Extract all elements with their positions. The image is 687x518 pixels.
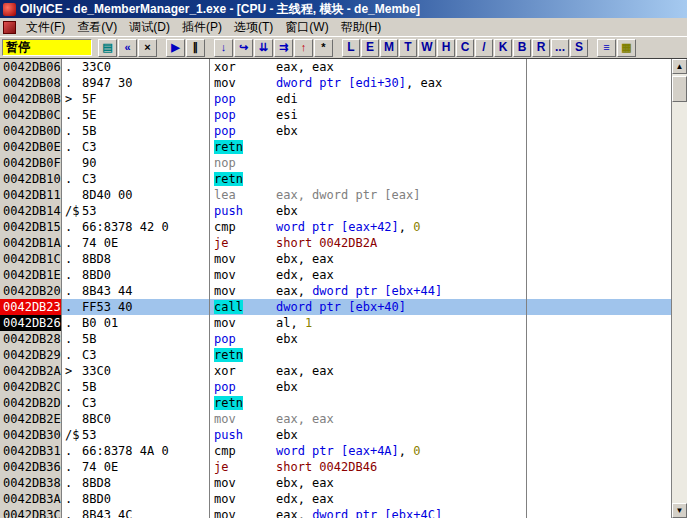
scroll-up-icon[interactable]: ▲ bbox=[672, 59, 687, 74]
address-cell: 0042DB30 bbox=[0, 427, 62, 443]
operand: word ptr [eax+42] bbox=[276, 220, 399, 234]
address-cell: 0042DB1C bbox=[0, 251, 62, 267]
step-over-button[interactable]: ↪ bbox=[234, 39, 253, 57]
disasm-row[interactable]: 0042DB29.C3retn bbox=[0, 347, 671, 363]
disasm-row[interactable]: 0042DB15.66:8378 42 0cmpword ptr [eax+42… bbox=[0, 219, 671, 235]
menu-item-5[interactable]: 窗口(W) bbox=[279, 18, 334, 37]
panel-button-call-stack[interactable]: K bbox=[494, 39, 512, 57]
panel-button-executables[interactable]: E bbox=[361, 39, 379, 57]
open-file-button[interactable]: ▤ bbox=[98, 39, 117, 57]
disasm-row[interactable]: 0042DB0D.5Bpopebx bbox=[0, 123, 671, 139]
disasm-row[interactable]: 0042DB06.33C0xoreax, eax bbox=[0, 59, 671, 75]
vertical-scrollbar[interactable]: ▲ ▼ bbox=[671, 59, 687, 518]
disasm-row[interactable]: 0042DB2A>33C0xoreax, eax bbox=[0, 363, 671, 379]
menu-item-4[interactable]: 选项(T) bbox=[228, 18, 279, 37]
bytes-cell: /$53 bbox=[62, 427, 210, 443]
menu-item-3[interactable]: 插件(P) bbox=[176, 18, 228, 37]
address-cell: 0042DB06 bbox=[0, 59, 62, 75]
operands: dword ptr [edi+30], eax bbox=[276, 75, 442, 91]
disasm-row[interactable]: 0042DB36.74 0Ejeshort 0042DB46 bbox=[0, 459, 671, 475]
appearance-button[interactable]: ≡ bbox=[597, 39, 616, 57]
panel-button-handles[interactable]: H bbox=[437, 39, 455, 57]
disasm-row[interactable]: 0042DB26.B0 01moval, 1 bbox=[0, 315, 671, 331]
address-cell: 0042DB2E bbox=[0, 411, 62, 427]
disasm-row[interactable]: 0042DB23.FF53 40calldword ptr [ebx+40] bbox=[0, 299, 671, 315]
menu-item-1[interactable]: 查看(V) bbox=[71, 18, 123, 37]
disasm-cell: leaeax, dword ptr [eax] bbox=[210, 187, 527, 203]
disasm-row[interactable]: 0042DB14/$53pushebx bbox=[0, 203, 671, 219]
scrollbar-thumb[interactable] bbox=[672, 76, 687, 102]
disasm-row[interactable]: 0042DB20.8B43 44moveax, dword ptr [ebx+4… bbox=[0, 283, 671, 299]
disasm-row[interactable]: 0042DB0E.C3retn bbox=[0, 139, 671, 155]
disasm-row[interactable]: 0042DB3C.8B43 4Cmoveax, dword ptr [ebx+4… bbox=[0, 507, 671, 518]
address-cell: 0042DB36 bbox=[0, 459, 62, 475]
scroll-down-icon[interactable]: ▼ bbox=[672, 503, 687, 518]
disasm-row[interactable]: 0042DB2C.5Bpopebx bbox=[0, 379, 671, 395]
disasm-row[interactable]: 0042DB30/$53pushebx bbox=[0, 427, 671, 443]
bytes-cell: .C3 bbox=[62, 139, 210, 155]
goto-button[interactable]: * bbox=[314, 39, 333, 57]
animate-over-button[interactable]: ⇉ bbox=[274, 39, 293, 57]
step-into-button[interactable]: ↓ bbox=[214, 39, 233, 57]
menu-item-2[interactable]: 调试(D) bbox=[123, 18, 176, 37]
options-button[interactable]: ▦ bbox=[617, 39, 636, 57]
disasm-cell: jeshort 0042DB2A bbox=[210, 235, 527, 251]
panel-button-run-trace[interactable]: ... bbox=[551, 39, 569, 57]
disasm-row[interactable]: 0042DB0F90nop bbox=[0, 155, 671, 171]
comment-cell bbox=[527, 507, 671, 518]
disasm-row[interactable]: 0042DB0B>5Fpopedi bbox=[0, 91, 671, 107]
menu-item-0[interactable]: 文件(F) bbox=[20, 18, 71, 37]
panel-button-source[interactable]: S bbox=[570, 39, 588, 57]
disasm-row[interactable]: 0042DB08.8947 30movdword ptr [edi+30], e… bbox=[0, 75, 671, 91]
disasm-row[interactable]: 0042DB0C.5Epopesi bbox=[0, 107, 671, 123]
mnemonic: mov bbox=[214, 268, 236, 282]
app-icon[interactable] bbox=[3, 3, 16, 16]
mnemonic-column: mov bbox=[214, 75, 276, 91]
disasm-row[interactable]: 0042DB3A.8BD0movedx, eax bbox=[0, 491, 671, 507]
panel-button-breakpoints[interactable]: B bbox=[513, 39, 531, 57]
hex-bytes: 8BD8 bbox=[82, 475, 111, 491]
restart-button[interactable]: « bbox=[118, 39, 137, 57]
panel-button-memory[interactable]: M bbox=[380, 39, 398, 57]
disasm-row[interactable]: 0042DB2E8BC0moveax, eax bbox=[0, 411, 671, 427]
disasm-row[interactable]: 0042DB1C.8BD8movebx, eax bbox=[0, 251, 671, 267]
scrollbar-track[interactable] bbox=[672, 102, 687, 503]
pause-button[interactable]: ∥ bbox=[186, 39, 205, 57]
operands: ebx bbox=[276, 123, 298, 139]
disasm-row[interactable]: 0042DB1E.8BD0movedx, eax bbox=[0, 267, 671, 283]
operands: edx, eax bbox=[276, 267, 334, 283]
panel-button-references[interactable]: R bbox=[532, 39, 550, 57]
operands: ebx bbox=[276, 427, 298, 443]
panel-button-threads[interactable]: T bbox=[399, 39, 417, 57]
bytes-cell: .8BD0 bbox=[62, 267, 210, 283]
operand: al, bbox=[276, 316, 305, 330]
address-cell: 0042DB29 bbox=[0, 347, 62, 363]
animate-into-button[interactable]: ⇊ bbox=[254, 39, 273, 57]
comment-cell bbox=[527, 427, 671, 443]
disasm-row[interactable]: 0042DB1A.74 0Ejeshort 0042DB2A bbox=[0, 235, 671, 251]
hex-bytes: 5F bbox=[82, 91, 96, 107]
disasm-row[interactable]: 0042DB38.8BD8movebx, eax bbox=[0, 475, 671, 491]
cpu-window-icon[interactable] bbox=[3, 21, 16, 34]
panel-button-log[interactable]: L bbox=[342, 39, 360, 57]
panel-button-windows[interactable]: W bbox=[418, 39, 436, 57]
panel-button-cpu[interactable]: C bbox=[456, 39, 474, 57]
disasm-row[interactable]: 0042DB31.66:8378 4A 0cmpword ptr [eax+4A… bbox=[0, 443, 671, 459]
bytes-cell: .C3 bbox=[62, 171, 210, 187]
disasm-row[interactable]: 0042DB10.C3retn bbox=[0, 171, 671, 187]
flow-prefix: . bbox=[62, 507, 82, 518]
comment-cell bbox=[527, 491, 671, 507]
disasm-row[interactable]: 0042DB118D40 00leaeax, dword ptr [eax] bbox=[0, 187, 671, 203]
operand: 1 bbox=[305, 316, 312, 330]
panel-button-patches[interactable]: / bbox=[475, 39, 493, 57]
comment-cell bbox=[527, 331, 671, 347]
run-button[interactable]: ▶ bbox=[166, 39, 185, 57]
operand: dword ptr [ebx+40] bbox=[276, 300, 406, 314]
disasm-row[interactable]: 0042DB2D.C3retn bbox=[0, 395, 671, 411]
until-return-button[interactable]: ↑ bbox=[294, 39, 313, 57]
close-button[interactable]: × bbox=[138, 39, 157, 57]
mnemonic-column: retn bbox=[214, 139, 276, 155]
comment-cell bbox=[527, 251, 671, 267]
menu-item-6[interactable]: 帮助(H) bbox=[335, 18, 388, 37]
disasm-row[interactable]: 0042DB28.5Bpopebx bbox=[0, 331, 671, 347]
